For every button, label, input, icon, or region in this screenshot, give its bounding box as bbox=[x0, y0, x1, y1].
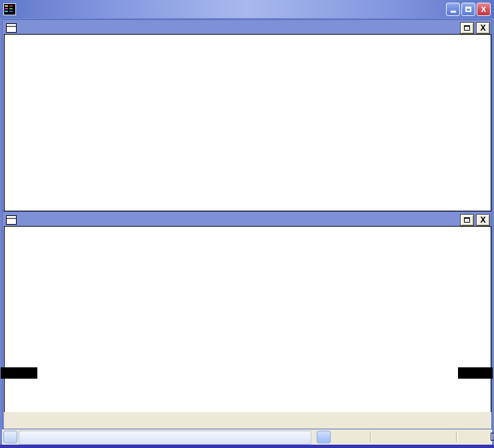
indicator-window: X bbox=[2, 19, 492, 211]
panel1-close-button[interactable]: X bbox=[476, 22, 490, 34]
toolbar-separator bbox=[370, 431, 371, 442]
minimize-icon bbox=[451, 11, 456, 13]
pan-button[interactable] bbox=[395, 430, 411, 444]
zoom-in-button[interactable] bbox=[437, 430, 453, 444]
panel1-maximize-button[interactable] bbox=[460, 22, 474, 34]
dollar-scale-button[interactable] bbox=[337, 430, 353, 444]
quote-list-button[interactable] bbox=[486, 430, 494, 444]
close-button[interactable]: X bbox=[477, 3, 491, 16]
maximize-icon bbox=[465, 7, 471, 12]
quote-list-icon bbox=[491, 433, 494, 441]
date-axis bbox=[4, 412, 491, 429]
main-titlebar: X bbox=[0, 0, 494, 18]
oscillator-chart[interactable] bbox=[4, 34, 491, 211]
panel2-maximize-button[interactable] bbox=[460, 214, 474, 226]
vertical-scale-button[interactable] bbox=[375, 430, 391, 444]
panel2-close-button[interactable]: X bbox=[476, 214, 490, 226]
price-window: X bbox=[2, 211, 492, 429]
toolbar-separator bbox=[456, 431, 457, 442]
window-bottom-border bbox=[0, 445, 494, 448]
application-window: X X X bbox=[0, 0, 494, 448]
pan-vertical-icon bbox=[395, 430, 411, 444]
minimize-button[interactable] bbox=[446, 3, 460, 16]
price-titlebar[interactable]: X bbox=[4, 213, 490, 226]
indicator-titlebar[interactable]: X bbox=[4, 21, 490, 34]
last-price-tag-right bbox=[458, 367, 493, 379]
maximize-icon bbox=[464, 25, 470, 31]
zoom-out-button[interactable] bbox=[417, 430, 433, 444]
last-price-tag-left bbox=[1, 367, 37, 379]
scrollbar-thumb[interactable] bbox=[19, 431, 311, 445]
panel-window-icon bbox=[6, 215, 17, 225]
maximize-icon bbox=[464, 217, 470, 223]
app-icon bbox=[3, 3, 16, 15]
candlestick-chart[interactable] bbox=[4, 226, 491, 413]
scroll-right-button[interactable] bbox=[317, 431, 331, 443]
scroll-left-button[interactable] bbox=[3, 431, 17, 443]
maximize-button[interactable] bbox=[461, 3, 475, 16]
daily-period-button[interactable] bbox=[355, 430, 371, 444]
previous-button[interactable] bbox=[459, 430, 475, 444]
bottom-toolbar bbox=[2, 429, 492, 445]
panel-window-icon bbox=[6, 23, 17, 33]
